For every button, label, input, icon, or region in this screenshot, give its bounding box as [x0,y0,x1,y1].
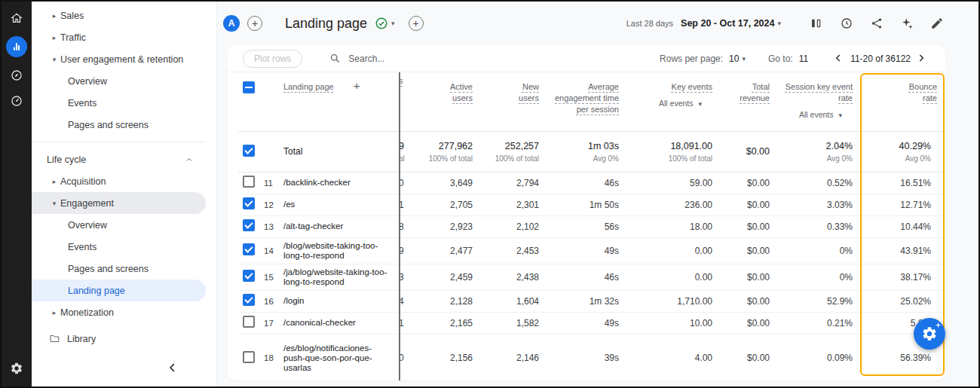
share-icon[interactable] [870,17,884,30]
row-checkbox[interactable] [243,316,255,328]
sidebar-item-overview[interactable]: Overview [32,70,206,92]
app-rail [2,2,32,386]
insights-fab[interactable] [914,318,945,350]
column-active-users[interactable]: Active users [436,81,473,104]
next-page-button[interactable] [915,52,929,66]
plot-rows-button[interactable]: Plot rows [243,50,302,68]
chevron-up-icon[interactable] [185,155,194,164]
sidebar-item-engagement-pages-and-screens[interactable]: Pages and screens [32,258,206,280]
add-column-button[interactable]: + [354,81,360,90]
column-new-users[interactable]: New users [503,81,539,104]
row-checkbox[interactable] [243,294,255,306]
new-users-value: 2,146 [480,334,547,380]
new-users-value: 2,438 [480,264,547,290]
table-row[interactable]: 13 /alt-tag-checker 8 2,923 2,102 56s 18… [238,215,945,237]
chevron-down-icon[interactable]: ▾ [742,55,746,63]
table-row[interactable]: 17 /canonical-checker 1 2,165 1,582 49s … [238,312,945,334]
table-header-row: Landing page + s Active users New users … [238,72,945,131]
table-row[interactable]: 15 /ja/blog/website-taking-too-long-to-r… [238,264,945,290]
column-total-revenue[interactable]: Total revenue [724,81,770,104]
sidebar-item-label: Sales [60,11,84,21]
add-report-tab-button[interactable]: + [409,16,424,31]
sessions-value-clipped: 8 [394,215,411,237]
column-landing-page[interactable]: Landing page [283,81,334,93]
new-users-value: 2,794 [480,172,547,194]
sidebar-item-library[interactable]: Library [32,328,206,350]
avg-engagement-value: 46s [547,264,626,290]
chevron-down-icon[interactable]: ▾ [777,20,781,27]
column-avg-engagement[interactable]: Average engagement time per session [555,82,619,114]
select-all-checkbox[interactable] [243,81,255,93]
table-total-row[interactable]: Total 9al 277,962100% of total 252,25710… [238,131,945,172]
column-resize-divider[interactable] [399,72,400,380]
table-row[interactable]: 14 /blog/website-taking-too-long-to-resp… [238,237,945,264]
chevron-down-icon: ▾ [48,200,60,207]
sidebar-item-traffic[interactable]: ▸ Traffic [32,26,206,48]
chevron-right-icon: ▸ [48,178,60,185]
sidebar-item-pages-and-screens[interactable]: Pages and screens [32,114,206,136]
row-index: 13 [264,215,283,237]
sidebar-section-life-cycle[interactable]: Life cycle [32,148,206,170]
sidebar-item-label: Overview [68,76,107,87]
rows-per-page-select[interactable]: 10 [729,53,739,64]
sidebar-item-label: Monetization [60,307,114,318]
sidebar-item-label: User engagement & retention [60,54,183,65]
sidebar-item-sales[interactable]: ▸ Sales [32,5,206,26]
comparison-icon[interactable] [810,17,823,30]
key-events-value: 0.00 [626,237,720,264]
sidebar-item-events[interactable]: Events [32,92,206,114]
avatar[interactable]: A [223,15,240,32]
bounce-rate-value: 38.17% [860,264,945,290]
key-events-filter[interactable]: All events ▾ [626,98,712,110]
row-checkbox[interactable] [243,145,255,157]
edit-icon[interactable] [930,17,944,30]
column-session-key-event-rate[interactable]: Session key event rate [786,82,853,102]
explore-icon[interactable] [9,68,24,83]
session-key-event-rate-total: 2.04%Avg 0% [777,131,860,172]
date-range-picker[interactable]: Sep 20 - Oct 17, 2024 [681,18,774,29]
search-input[interactable] [347,53,460,65]
advertising-icon[interactable] [9,93,24,108]
sidebar-item-user-engagement-retention[interactable]: ▾ User engagement & retention [32,48,206,70]
active-users-total: 277,962100% of total [411,131,480,172]
table-row[interactable]: 12 /es 1 2,705 2,301 1m 50s 236.00 $0.00… [238,194,945,215]
row-checkbox[interactable] [243,176,255,188]
column-bounce-rate[interactable]: Bounce rate [901,81,937,104]
sidebar-item-engagement-events[interactable]: Events [32,236,206,258]
reports-icon[interactable] [6,36,27,57]
session-key-event-rate-value: 3.03% [777,194,860,215]
row-checkbox[interactable] [243,351,255,363]
row-checkbox[interactable] [243,270,255,282]
sidebar-item-landing-page[interactable]: Landing page [32,280,206,301]
table-row[interactable]: 11 /backlink-checker 0 3,649 2,794 46s 5… [238,172,945,194]
table-row[interactable]: 16 /login 4 2,128 1,604 1m 32s 1,710.00 … [238,290,945,312]
column-key-events[interactable]: Key events [672,82,712,91]
row-checkbox[interactable] [243,197,255,209]
sidebar-divider [32,142,206,142]
goto-input[interactable]: 11 [799,53,808,64]
previous-page-button[interactable] [832,52,846,66]
sidebar-item-monetization[interactable]: ▸ Monetization [32,301,206,323]
history-icon[interactable] [840,17,853,30]
home-icon[interactable] [9,11,24,26]
landing-page-value: /es [283,194,394,215]
add-comparison-button[interactable]: + [247,16,262,31]
session-key-event-rate-value: 0.09% [777,334,860,380]
total-revenue-value: $0.00 [720,334,777,380]
sidebar-item-engagement-overview[interactable]: Overview [32,214,206,236]
insights-icon[interactable] [900,17,914,30]
session-key-event-rate-value: 0.33% [777,215,860,237]
sidebar-item-engagement[interactable]: ▾ Engagement [32,192,206,214]
session-rate-filter[interactable]: All events ▾ [777,109,853,121]
sidebar-collapse-button[interactable] [166,361,182,377]
saved-check-icon[interactable] [375,17,388,30]
sidebar-item-acquisition[interactable]: ▸ Acquisition [32,170,206,192]
bounce-rate-value: 10.44% [860,215,945,237]
table-row[interactable]: 18 /es/blog/notificaciones-push-que-son-… [238,334,945,380]
sidebar-section-label: Life cycle [47,154,86,165]
admin-gear-icon[interactable] [9,361,24,376]
sidebar-item-label: Library [67,334,96,344]
row-checkbox[interactable] [243,243,255,255]
chevron-down-icon[interactable]: ▾ [391,20,395,27]
row-checkbox[interactable] [243,219,255,231]
